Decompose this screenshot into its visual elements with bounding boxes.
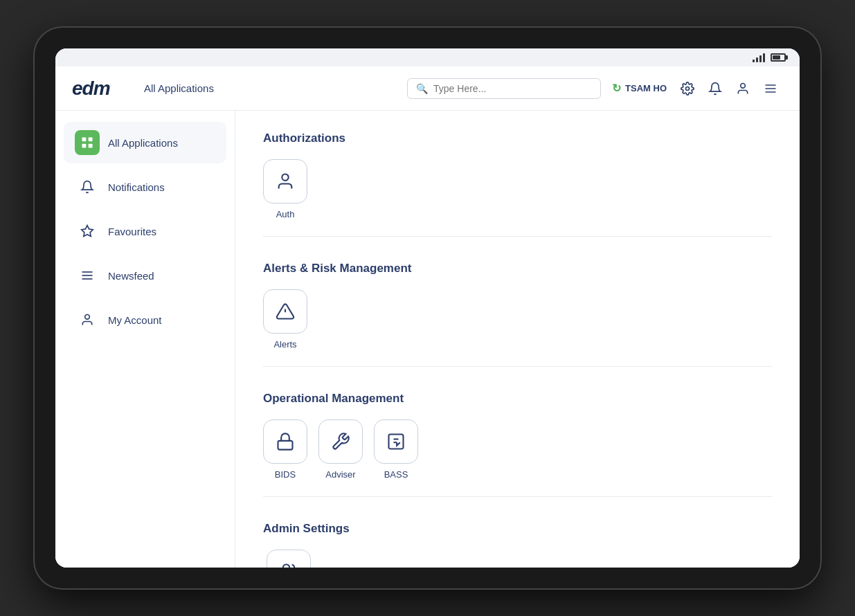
section-title-admin: Admin Settings (263, 522, 772, 536)
header-title: All Applications (144, 82, 227, 94)
all-applications-icon (75, 130, 100, 155)
app-item-adviser[interactable]: Adviser (318, 419, 363, 480)
user-profile-button[interactable] (730, 76, 755, 101)
app-item-auth[interactable]: Auth (263, 159, 307, 219)
divider-alerts (263, 366, 772, 367)
svg-point-0 (686, 87, 690, 90)
sidebar-item-label-my-account: My Account (108, 314, 162, 326)
sidebar-item-label-favourites: Favourites (108, 226, 156, 237)
app-grid-alerts: Alerts (263, 289, 772, 350)
battery-fill (773, 55, 780, 60)
tablet-screen: edm All Applications 🔍 ↻ TSAM HO (55, 48, 800, 568)
sidebar-item-label-notifications: Notifications (108, 181, 165, 193)
tablet-frame: edm All Applications 🔍 ↻ TSAM HO (35, 28, 820, 588)
settings-button[interactable] (675, 76, 700, 101)
svg-rect-18 (389, 435, 404, 449)
svg-marker-9 (82, 226, 93, 237)
my-account-icon (75, 307, 100, 332)
section-title-authorizations: Authorizations (263, 132, 772, 145)
app-item-alerts[interactable]: Alerts (263, 289, 307, 350)
signal-bar-3 (759, 55, 762, 62)
sidebar-item-notifications[interactable]: Notifications (64, 166, 226, 208)
status-bar (55, 48, 800, 66)
app-label-auth: Auth (276, 209, 295, 219)
menu-button[interactable] (758, 76, 783, 101)
svg-rect-8 (89, 144, 93, 148)
svg-point-21 (283, 565, 289, 568)
signal-indicator (753, 53, 765, 62)
app-grid-authorizations: Auth (263, 159, 772, 219)
search-input[interactable] (433, 83, 592, 94)
app-icon-admin-panel (267, 550, 311, 568)
app-label-bids: BIDS (275, 469, 296, 480)
section-alerts-risk: Alerts & Risk Management Alerts (263, 262, 772, 367)
app-icon-auth (263, 159, 307, 203)
app-icon-bids (263, 419, 307, 464)
logo-text: edm (72, 78, 110, 99)
notifications-sidebar-icon (75, 174, 100, 199)
main-layout: All Applications Notifications (55, 111, 800, 568)
sidebar-item-all-applications[interactable]: All Applications (64, 122, 226, 163)
section-admin: Admin Settings (263, 522, 772, 568)
svg-point-13 (85, 315, 90, 320)
signal-bar-2 (756, 57, 758, 62)
refresh-icon[interactable]: ↻ (612, 82, 621, 95)
section-operational: Operational Management BIDS (263, 392, 772, 497)
app-item-admin-panel[interactable]: Admin Panel (263, 550, 314, 568)
svg-rect-5 (82, 138, 87, 142)
favourites-icon (75, 219, 100, 244)
section-title-operational: Operational Management (263, 392, 772, 406)
sidebar-item-my-account[interactable]: My Account (64, 299, 226, 341)
app-label-adviser: Adviser (325, 469, 355, 480)
divider-authorizations (263, 236, 772, 237)
svg-rect-6 (89, 138, 93, 142)
app-label-alerts: Alerts (273, 339, 296, 350)
app-grid-admin: Admin Panel (263, 550, 772, 568)
sidebar-item-newsfeed[interactable]: Newsfeed (64, 255, 226, 296)
header-actions: ↻ TSAM HO (612, 76, 783, 101)
divider-operational (263, 496, 772, 497)
search-icon: 🔍 (416, 83, 428, 94)
section-authorizations: Authorizations Auth (263, 132, 772, 237)
sidebar-item-label-all-applications: All Applications (108, 137, 178, 149)
app-icon-adviser (318, 419, 363, 464)
svg-rect-7 (82, 144, 87, 148)
svg-rect-17 (278, 441, 293, 450)
tsam-text: TSAM HO (625, 83, 667, 93)
section-title-alerts: Alerts & Risk Management (263, 262, 772, 275)
signal-bar-1 (753, 60, 755, 62)
app-item-bass[interactable]: BASS (374, 419, 418, 480)
tsam-label: ↻ TSAM HO (612, 82, 667, 95)
app-icon-alerts (263, 289, 307, 334)
svg-point-1 (741, 83, 746, 88)
notifications-button[interactable] (703, 76, 728, 101)
sidebar-item-label-newsfeed: Newsfeed (108, 270, 154, 282)
app-icon-bass (374, 419, 418, 464)
newsfeed-icon (75, 263, 100, 288)
logo: edm (72, 78, 127, 100)
header: edm All Applications 🔍 ↻ TSAM HO (55, 66, 800, 111)
content-area: Authorizations Auth (235, 111, 800, 568)
search-bar[interactable]: 🔍 (407, 78, 601, 99)
sidebar: All Applications Notifications (55, 111, 235, 568)
app-grid-operational: BIDS Adviser (263, 419, 772, 480)
svg-point-14 (282, 174, 288, 181)
sidebar-item-favourites[interactable]: Favourites (64, 210, 226, 252)
app-label-bass: BASS (384, 469, 408, 480)
signal-bar-4 (763, 53, 765, 62)
app-item-bids[interactable]: BIDS (263, 419, 307, 480)
battery-icon (771, 53, 786, 62)
